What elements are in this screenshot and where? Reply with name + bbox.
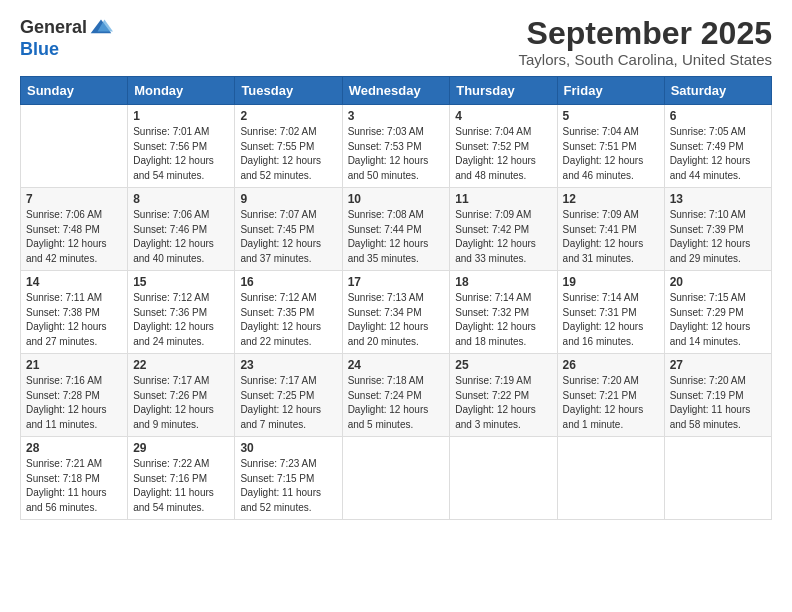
logo-icon: [89, 16, 113, 40]
day-info: Sunrise: 7:03 AMSunset: 7:53 PMDaylight:…: [348, 125, 445, 183]
calendar-cell: 5Sunrise: 7:04 AMSunset: 7:51 PMDaylight…: [557, 105, 664, 188]
calendar-cell: 23Sunrise: 7:17 AMSunset: 7:25 PMDayligh…: [235, 354, 342, 437]
day-number: 1: [133, 109, 229, 123]
logo: General Blue: [20, 16, 113, 60]
day-number: 3: [348, 109, 445, 123]
calendar-cell: [664, 437, 771, 520]
day-info: Sunrise: 7:20 AMSunset: 7:21 PMDaylight:…: [563, 374, 659, 432]
logo-blue: Blue: [20, 40, 59, 60]
calendar-cell: 28Sunrise: 7:21 AMSunset: 7:18 PMDayligh…: [21, 437, 128, 520]
day-number: 13: [670, 192, 766, 206]
month-title: September 2025: [519, 16, 772, 51]
day-info: Sunrise: 7:09 AMSunset: 7:42 PMDaylight:…: [455, 208, 551, 266]
calendar-cell: 14Sunrise: 7:11 AMSunset: 7:38 PMDayligh…: [21, 271, 128, 354]
day-number: 9: [240, 192, 336, 206]
calendar-cell: 25Sunrise: 7:19 AMSunset: 7:22 PMDayligh…: [450, 354, 557, 437]
day-info: Sunrise: 7:21 AMSunset: 7:18 PMDaylight:…: [26, 457, 122, 515]
day-number: 27: [670, 358, 766, 372]
calendar-cell: 10Sunrise: 7:08 AMSunset: 7:44 PMDayligh…: [342, 188, 450, 271]
calendar-cell: 3Sunrise: 7:03 AMSunset: 7:53 PMDaylight…: [342, 105, 450, 188]
day-number: 6: [670, 109, 766, 123]
col-saturday: Saturday: [664, 77, 771, 105]
calendar-cell: 15Sunrise: 7:12 AMSunset: 7:36 PMDayligh…: [128, 271, 235, 354]
calendar-cell: [342, 437, 450, 520]
col-wednesday: Wednesday: [342, 77, 450, 105]
calendar-cell: 2Sunrise: 7:02 AMSunset: 7:55 PMDaylight…: [235, 105, 342, 188]
day-info: Sunrise: 7:02 AMSunset: 7:55 PMDaylight:…: [240, 125, 336, 183]
day-info: Sunrise: 7:06 AMSunset: 7:46 PMDaylight:…: [133, 208, 229, 266]
calendar-cell: 9Sunrise: 7:07 AMSunset: 7:45 PMDaylight…: [235, 188, 342, 271]
day-number: 12: [563, 192, 659, 206]
day-number: 21: [26, 358, 122, 372]
title-block: September 2025 Taylors, South Carolina, …: [519, 16, 772, 68]
day-number: 7: [26, 192, 122, 206]
day-number: 24: [348, 358, 445, 372]
calendar-cell: 30Sunrise: 7:23 AMSunset: 7:15 PMDayligh…: [235, 437, 342, 520]
day-number: 29: [133, 441, 229, 455]
calendar-cell: [450, 437, 557, 520]
calendar-cell: 19Sunrise: 7:14 AMSunset: 7:31 PMDayligh…: [557, 271, 664, 354]
day-info: Sunrise: 7:13 AMSunset: 7:34 PMDaylight:…: [348, 291, 445, 349]
page-header: General Blue September 2025 Taylors, Sou…: [20, 16, 772, 68]
day-info: Sunrise: 7:05 AMSunset: 7:49 PMDaylight:…: [670, 125, 766, 183]
day-info: Sunrise: 7:04 AMSunset: 7:52 PMDaylight:…: [455, 125, 551, 183]
day-info: Sunrise: 7:14 AMSunset: 7:32 PMDaylight:…: [455, 291, 551, 349]
calendar-cell: [21, 105, 128, 188]
day-info: Sunrise: 7:17 AMSunset: 7:26 PMDaylight:…: [133, 374, 229, 432]
calendar-header-row: Sunday Monday Tuesday Wednesday Thursday…: [21, 77, 772, 105]
calendar-cell: 16Sunrise: 7:12 AMSunset: 7:35 PMDayligh…: [235, 271, 342, 354]
day-info: Sunrise: 7:12 AMSunset: 7:35 PMDaylight:…: [240, 291, 336, 349]
calendar-cell: 7Sunrise: 7:06 AMSunset: 7:48 PMDaylight…: [21, 188, 128, 271]
day-number: 17: [348, 275, 445, 289]
day-info: Sunrise: 7:04 AMSunset: 7:51 PMDaylight:…: [563, 125, 659, 183]
day-number: 30: [240, 441, 336, 455]
day-info: Sunrise: 7:08 AMSunset: 7:44 PMDaylight:…: [348, 208, 445, 266]
calendar-cell: 24Sunrise: 7:18 AMSunset: 7:24 PMDayligh…: [342, 354, 450, 437]
calendar-cell: 8Sunrise: 7:06 AMSunset: 7:46 PMDaylight…: [128, 188, 235, 271]
logo-general: General: [20, 18, 87, 38]
day-info: Sunrise: 7:12 AMSunset: 7:36 PMDaylight:…: [133, 291, 229, 349]
calendar-cell: 6Sunrise: 7:05 AMSunset: 7:49 PMDaylight…: [664, 105, 771, 188]
day-number: 11: [455, 192, 551, 206]
day-info: Sunrise: 7:14 AMSunset: 7:31 PMDaylight:…: [563, 291, 659, 349]
day-info: Sunrise: 7:19 AMSunset: 7:22 PMDaylight:…: [455, 374, 551, 432]
day-number: 16: [240, 275, 336, 289]
day-info: Sunrise: 7:10 AMSunset: 7:39 PMDaylight:…: [670, 208, 766, 266]
col-sunday: Sunday: [21, 77, 128, 105]
day-number: 20: [670, 275, 766, 289]
calendar-cell: [557, 437, 664, 520]
calendar-cell: 29Sunrise: 7:22 AMSunset: 7:16 PMDayligh…: [128, 437, 235, 520]
day-number: 4: [455, 109, 551, 123]
calendar-cell: 11Sunrise: 7:09 AMSunset: 7:42 PMDayligh…: [450, 188, 557, 271]
day-number: 14: [26, 275, 122, 289]
day-number: 5: [563, 109, 659, 123]
day-info: Sunrise: 7:16 AMSunset: 7:28 PMDaylight:…: [26, 374, 122, 432]
day-info: Sunrise: 7:20 AMSunset: 7:19 PMDaylight:…: [670, 374, 766, 432]
calendar-cell: 27Sunrise: 7:20 AMSunset: 7:19 PMDayligh…: [664, 354, 771, 437]
calendar-cell: 13Sunrise: 7:10 AMSunset: 7:39 PMDayligh…: [664, 188, 771, 271]
calendar-cell: 4Sunrise: 7:04 AMSunset: 7:52 PMDaylight…: [450, 105, 557, 188]
col-monday: Monday: [128, 77, 235, 105]
day-number: 18: [455, 275, 551, 289]
day-info: Sunrise: 7:11 AMSunset: 7:38 PMDaylight:…: [26, 291, 122, 349]
day-number: 10: [348, 192, 445, 206]
col-tuesday: Tuesday: [235, 77, 342, 105]
day-info: Sunrise: 7:15 AMSunset: 7:29 PMDaylight:…: [670, 291, 766, 349]
calendar-cell: 21Sunrise: 7:16 AMSunset: 7:28 PMDayligh…: [21, 354, 128, 437]
day-number: 23: [240, 358, 336, 372]
calendar-cell: 22Sunrise: 7:17 AMSunset: 7:26 PMDayligh…: [128, 354, 235, 437]
calendar-cell: 18Sunrise: 7:14 AMSunset: 7:32 PMDayligh…: [450, 271, 557, 354]
location-title: Taylors, South Carolina, United States: [519, 51, 772, 68]
calendar-cell: 20Sunrise: 7:15 AMSunset: 7:29 PMDayligh…: [664, 271, 771, 354]
day-number: 22: [133, 358, 229, 372]
col-thursday: Thursday: [450, 77, 557, 105]
day-info: Sunrise: 7:17 AMSunset: 7:25 PMDaylight:…: [240, 374, 336, 432]
day-number: 2: [240, 109, 336, 123]
col-friday: Friday: [557, 77, 664, 105]
calendar-cell: 1Sunrise: 7:01 AMSunset: 7:56 PMDaylight…: [128, 105, 235, 188]
day-number: 28: [26, 441, 122, 455]
day-info: Sunrise: 7:01 AMSunset: 7:56 PMDaylight:…: [133, 125, 229, 183]
day-number: 26: [563, 358, 659, 372]
calendar-cell: 26Sunrise: 7:20 AMSunset: 7:21 PMDayligh…: [557, 354, 664, 437]
calendar-table: Sunday Monday Tuesday Wednesday Thursday…: [20, 76, 772, 520]
